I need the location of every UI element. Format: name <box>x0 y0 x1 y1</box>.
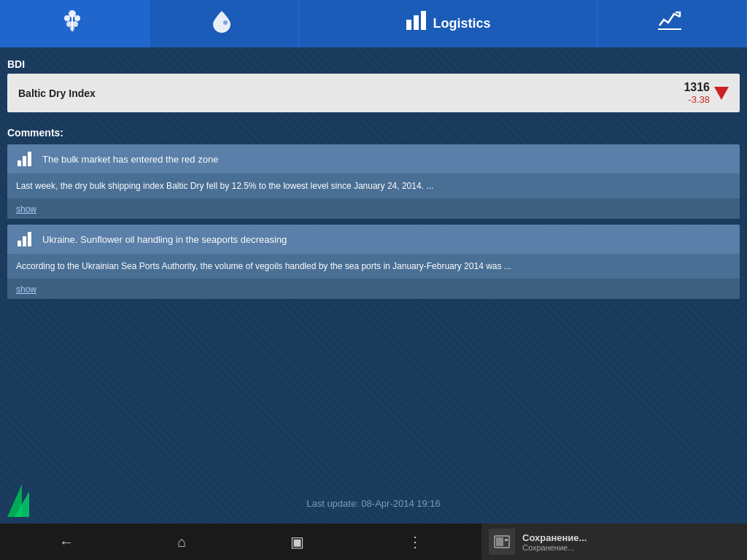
comments-label: Comments: <box>7 123 740 144</box>
tab-grain[interactable] <box>0 0 150 47</box>
svg-rect-16 <box>23 236 26 246</box>
status-subtitle: Сохранение... <box>522 543 587 552</box>
news-icon-2 <box>15 230 35 248</box>
news-show-link-2[interactable]: show <box>16 284 36 295</box>
back-button[interactable]: ← <box>48 530 85 554</box>
menu-button[interactable]: ⋮ <box>397 529 433 554</box>
main-content: BDI Baltic Dry Index 1316 -3.38 Comments… <box>0 47 747 524</box>
drop-icon <box>209 8 235 39</box>
svg-rect-22 <box>505 539 508 541</box>
news-body-2: According to the Ukrainian Sea Ports Aut… <box>7 254 740 279</box>
svg-rect-10 <box>421 11 426 30</box>
news-header-1[interactable]: The bulk market has entered the red zone <box>7 144 740 174</box>
news-show-2[interactable]: show <box>7 279 740 299</box>
bottom-bar: ← ⌂ ▣ ⋮ Сохранение... Сохранение... <box>0 524 747 560</box>
footer-update: Last update: 08-Apr-2014 19:16 <box>0 491 747 516</box>
update-text: Last update: 08-Apr-2014 19:16 <box>306 498 441 509</box>
top-navigation: Logistics <box>0 0 747 47</box>
news-header-2[interactable]: Ukraine. Sunflower oil handling in the s… <box>7 225 740 254</box>
svg-rect-9 <box>414 15 419 30</box>
bdi-value: 1316 -3.38 <box>684 81 710 105</box>
svg-rect-11 <box>658 28 681 30</box>
analytics-icon <box>657 8 683 39</box>
news-show-link-1[interactable]: show <box>16 204 36 214</box>
bdi-number: 1316 <box>684 81 710 94</box>
news-body-1: Last week, the dry bulk shipping index B… <box>7 174 740 198</box>
svg-point-7 <box>223 20 228 25</box>
tab-logistics[interactable]: Logistics <box>299 0 597 47</box>
home-button[interactable]: ⌂ <box>166 530 197 554</box>
status-icon <box>489 529 515 555</box>
logistics-tab-label: Logistics <box>433 16 490 31</box>
home-icon: ⌂ <box>177 534 186 551</box>
bottom-status: Сохранение... Сохранение... <box>481 524 747 560</box>
logistics-icon <box>405 9 428 38</box>
recent-button[interactable]: ▣ <box>279 529 315 554</box>
bdi-down-arrow-icon <box>714 87 729 100</box>
svg-rect-8 <box>406 20 411 30</box>
menu-icon: ⋮ <box>408 533 422 551</box>
svg-rect-15 <box>18 241 21 246</box>
svg-point-2 <box>74 15 80 21</box>
tab-analytics[interactable] <box>597 0 747 47</box>
bottom-navigation: ← ⌂ ▣ ⋮ <box>0 524 481 560</box>
svg-point-3 <box>66 21 72 27</box>
svg-rect-13 <box>23 156 26 166</box>
recent-icon: ▣ <box>290 533 304 551</box>
tab-drop[interactable] <box>150 0 299 47</box>
news-icon-1 <box>15 150 35 168</box>
news-title-2: Ukraine. Sunflower oil handling in the s… <box>42 234 287 245</box>
news-show-1[interactable]: show <box>7 198 740 219</box>
bdi-value-block: 1316 -3.38 <box>684 81 729 105</box>
news-item-2: Ukraine. Sunflower oil handling in the s… <box>7 225 740 299</box>
svg-rect-21 <box>496 537 503 546</box>
bdi-row: Baltic Dry Index 1316 -3.38 <box>7 74 740 112</box>
bdi-title: Baltic Dry Index <box>18 88 96 99</box>
bdi-section-label: BDI <box>7 55 740 74</box>
svg-point-1 <box>64 15 70 21</box>
svg-rect-17 <box>28 232 31 246</box>
grain-icon <box>59 8 85 39</box>
svg-rect-12 <box>18 160 21 166</box>
svg-rect-14 <box>28 152 31 166</box>
status-text-block: Сохранение... Сохранение... <box>522 532 587 552</box>
back-icon: ← <box>59 534 74 551</box>
bdi-change: -3.38 <box>684 94 710 105</box>
news-title-1: The bulk market has entered the red zone <box>42 154 218 165</box>
status-title: Сохранение... <box>522 532 587 543</box>
svg-point-4 <box>72 21 78 27</box>
news-item-1: The bulk market has entered the red zone… <box>7 144 740 219</box>
